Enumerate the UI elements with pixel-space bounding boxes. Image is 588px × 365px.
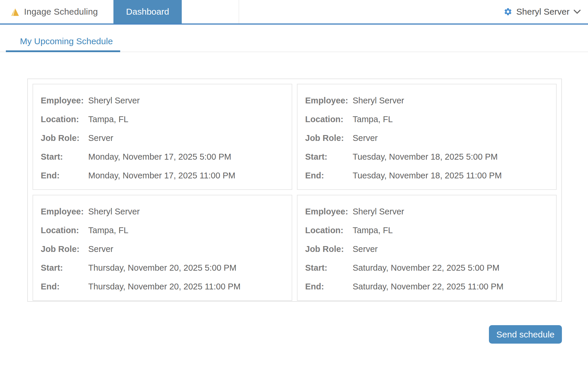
start-label: Start: [305, 263, 353, 273]
location-label: Location: [41, 226, 88, 235]
job-role-label: Job Role: [305, 244, 353, 254]
employee-label: Employee: [305, 96, 353, 105]
job-role-value: Server [88, 244, 113, 254]
job-role-label: Job Role: [305, 133, 353, 143]
end-value: Tuesday, November 18, 2025 11:00 PM [353, 171, 502, 180]
job-role-value: Server [353, 133, 378, 143]
end-label: End: [41, 171, 88, 180]
end-row: End: Saturday, November 22, 2025 11:00 P… [305, 282, 548, 291]
location-value: Tampa, FL [88, 115, 128, 124]
schedule-card: Employee: Sheryl Server Location: Tampa,… [297, 195, 557, 301]
job-role-row: Job Role: Server [41, 133, 284, 143]
ingage-logo-icon [11, 8, 20, 16]
location-row: Location: Tampa, FL [41, 115, 284, 124]
job-role-value: Server [88, 133, 113, 143]
start-label: Start: [41, 152, 88, 162]
header-tab-divider [239, 0, 239, 23]
schedule-card: Employee: Sheryl Server Location: Tampa,… [33, 195, 292, 301]
end-value: Saturday, November 22, 2025 11:00 PM [353, 282, 504, 291]
tab-dashboard[interactable]: Dashboard [113, 0, 182, 23]
brand-link[interactable]: Ingage Scheduling [11, 0, 98, 23]
employee-value: Sheryl Server [88, 96, 140, 105]
top-bar: Ingage Scheduling Dashboard Sheryl Serve… [0, 0, 588, 25]
tab-dashboard-label: Dashboard [126, 7, 169, 17]
location-row: Location: Tampa, FL [305, 115, 548, 124]
user-menu-trigger[interactable]: Sheryl Server [504, 0, 581, 23]
employee-label: Employee: [305, 207, 353, 216]
sub-tab-bar: My Upcoming Schedule [0, 25, 588, 52]
start-value: Monday, November 17, 2025 5:00 PM [88, 152, 231, 162]
location-label: Location: [41, 115, 88, 124]
start-row: Start: Tuesday, November 18, 2025 5:00 P… [305, 152, 548, 162]
employee-value: Sheryl Server [353, 96, 404, 105]
schedule-panel: Employee: Sheryl Server Location: Tampa,… [27, 79, 562, 302]
job-role-row: Job Role: Server [305, 244, 548, 254]
job-role-row: Job Role: Server [305, 133, 548, 143]
employee-row: Employee: Sheryl Server [305, 96, 548, 105]
start-row: Start: Saturday, November 22, 2025 5:00 … [305, 263, 548, 273]
job-role-value: Server [353, 244, 378, 254]
start-row: Start: Thursday, November 20, 2025 5:00 … [41, 263, 284, 273]
end-label: End: [305, 282, 353, 291]
job-role-label: Job Role: [41, 133, 88, 143]
job-role-label: Job Role: [41, 244, 88, 254]
dashboard-page: Ingage Scheduling Dashboard Sheryl Serve… [0, 0, 588, 365]
start-label: Start: [305, 152, 353, 162]
schedule-card: Employee: Sheryl Server Location: Tampa,… [297, 84, 557, 190]
location-row: Location: Tampa, FL [305, 226, 548, 235]
location-label: Location: [305, 115, 353, 124]
location-value: Tampa, FL [353, 226, 393, 235]
employee-row: Employee: Sheryl Server [41, 96, 284, 105]
start-value: Saturday, November 22, 2025 5:00 PM [353, 263, 499, 273]
start-label: Start: [41, 263, 88, 273]
send-schedule-button[interactable]: Send schedule [489, 325, 562, 344]
end-row: End: Monday, November 17, 2025 11:00 PM [41, 171, 284, 180]
tab-my-upcoming-schedule[interactable]: My Upcoming Schedule [20, 36, 113, 46]
end-row: End: Thursday, November 20, 2025 11:00 P… [41, 282, 284, 291]
start-row: Start: Monday, November 17, 2025 5:00 PM [41, 152, 284, 162]
location-value: Tampa, FL [353, 115, 393, 124]
employee-label: Employee: [41, 207, 88, 216]
employee-value: Sheryl Server [353, 207, 404, 216]
end-value: Monday, November 17, 2025 11:00 PM [88, 171, 235, 180]
brand-title: Ingage Scheduling [24, 7, 98, 17]
employee-row: Employee: Sheryl Server [305, 207, 548, 216]
location-row: Location: Tampa, FL [41, 226, 284, 235]
chevron-down-icon [573, 9, 581, 14]
end-value: Thursday, November 20, 2025 11:00 PM [88, 282, 241, 291]
end-row: End: Tuesday, November 18, 2025 11:00 PM [305, 171, 548, 180]
end-label: End: [41, 282, 88, 291]
employee-row: Employee: Sheryl Server [41, 207, 284, 216]
start-value: Tuesday, November 18, 2025 5:00 PM [353, 152, 498, 162]
employee-label: Employee: [41, 96, 88, 105]
active-tab-underline [6, 50, 120, 52]
employee-value: Sheryl Server [88, 207, 140, 216]
location-label: Location: [305, 226, 353, 235]
location-value: Tampa, FL [88, 226, 128, 235]
start-value: Thursday, November 20, 2025 5:00 PM [88, 263, 237, 273]
schedule-card: Employee: Sheryl Server Location: Tampa,… [33, 84, 292, 190]
end-label: End: [305, 171, 353, 180]
job-role-row: Job Role: Server [41, 244, 284, 254]
user-name: Sheryl Server [516, 7, 570, 17]
gear-icon [504, 7, 512, 16]
